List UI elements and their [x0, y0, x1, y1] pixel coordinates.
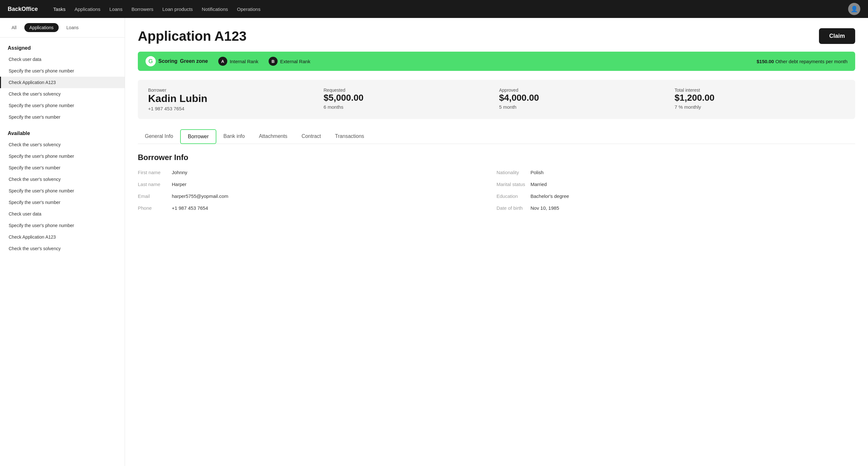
scoring-g-icon: G	[146, 56, 156, 66]
claim-button[interactable]: Claim	[819, 28, 855, 44]
nav-links: Tasks Applications Loans Borrowers Loan …	[53, 6, 838, 12]
tab-transactions[interactable]: Transactions	[328, 129, 371, 144]
marital-status-value: Married	[530, 181, 547, 187]
nav-applications[interactable]: Applications	[74, 6, 100, 12]
scoring-bar: G Scoring Green zone A Internal Rank B E…	[138, 52, 855, 71]
total-interest-label: Total interest	[675, 88, 845, 93]
last-name-value: Harper	[172, 181, 187, 187]
scoring-label: Scoring	[158, 58, 178, 64]
application-info-card: Borrower Kadin Lubin +1 987 453 7654 Req…	[138, 80, 855, 119]
nav-operations[interactable]: Operations	[237, 6, 260, 12]
sidebar-available-item-3[interactable]: Check the user's solvency	[0, 174, 125, 185]
dob-row: Date of birth Nov 10, 1985	[496, 205, 855, 211]
tab-borrower[interactable]: Borrower	[180, 129, 216, 144]
scoring-debt-label: Other debt repayments per month	[775, 59, 847, 64]
sidebar-item-5[interactable]: Specify the user's number	[0, 111, 125, 123]
requested-field: Requested $5,000.00 6 months	[324, 88, 494, 111]
tab-bank-info[interactable]: Bank info	[216, 129, 252, 144]
sidebar-item-1[interactable]: Specify the user's phone number	[0, 65, 125, 77]
scoring-zone: Green zone	[180, 58, 208, 64]
sidebar-tab-all[interactable]: All	[6, 23, 22, 32]
borrower-label: Borrower	[148, 88, 319, 93]
sidebar-divider	[0, 123, 125, 128]
tabs-row: General Info Borrower Bank info Attachme…	[138, 129, 855, 144]
external-rank-label: External Rank	[280, 59, 310, 64]
nav-tasks[interactable]: Tasks	[53, 6, 65, 12]
sidebar-item-0[interactable]: Check user data	[0, 54, 125, 65]
nationality-key: Nationality	[496, 170, 525, 175]
sidebar-available-item-4[interactable]: Specify the user's phone number	[0, 185, 125, 197]
main-content: Application A123 Claim G Scoring Green z…	[125, 18, 868, 466]
nav-borrowers[interactable]: Borrowers	[131, 6, 153, 12]
borrower-info-right: Nationality Polish Marital status Marrie…	[496, 170, 855, 211]
education-key: Education	[496, 194, 525, 199]
scoring-logo: G Scoring Green zone	[146, 56, 208, 66]
approved-amount: $4,000.00	[499, 93, 670, 103]
borrower-info-section: Borrower Info First name Johnny Last nam…	[138, 153, 855, 211]
email-row: Email harper5755@yopmail.com	[138, 194, 496, 199]
marital-status-row: Marital status Married	[496, 181, 855, 187]
sidebar-item-4[interactable]: Specify the user's phone number	[0, 100, 125, 111]
education-row: Education Bachelor's degree	[496, 194, 855, 199]
borrower-info-title: Borrower Info	[138, 153, 855, 162]
marital-status-key: Marital status	[496, 181, 525, 187]
total-interest-amount: $1,200.00	[675, 93, 845, 103]
avatar[interactable]: 👤	[848, 3, 860, 15]
last-name-row: Last name Harper	[138, 181, 496, 187]
nationality-value: Polish	[530, 170, 544, 175]
approved-label: Approved	[499, 88, 670, 93]
phone-value: +1 987 453 7654	[172, 205, 208, 211]
first-name-value: Johnny	[172, 170, 187, 175]
requested-label: Requested	[324, 88, 494, 93]
external-rank-badge: B External Rank	[269, 57, 310, 66]
nav-loans[interactable]: Loans	[109, 6, 122, 12]
sidebar-available-item-9[interactable]: Check the user's solvency	[0, 243, 125, 254]
page-title: Application A123	[138, 29, 247, 44]
phone-key: Phone	[138, 205, 167, 211]
education-value: Bachelor's degree	[530, 194, 569, 199]
phone-row: Phone +1 987 453 7654	[138, 205, 496, 211]
dob-value: Nov 10, 1985	[530, 205, 559, 211]
sidebar-tab-loans[interactable]: Loans	[61, 23, 84, 32]
scoring-debt-amount: $150.00	[756, 59, 774, 64]
internal-rank-circle: A	[218, 57, 227, 66]
external-rank-circle: B	[269, 57, 278, 66]
sidebar-item-3[interactable]: Check the user's solvency	[0, 88, 125, 100]
email-key: Email	[138, 194, 167, 199]
sidebar-available-item-7[interactable]: Specify the user's phone number	[0, 220, 125, 231]
scoring-debt: $150.00 Other debt repayments per month	[756, 59, 847, 64]
content-header: Application A123 Claim	[138, 28, 855, 44]
first-name-row: First name Johnny	[138, 170, 496, 175]
sidebar-tab-applications[interactable]: Applications	[24, 23, 59, 32]
borrower-name: Kadin Lubin	[148, 93, 319, 105]
borrower-info-left: First name Johnny Last name Harper Email…	[138, 170, 496, 211]
top-navigation: BackOffice Tasks Applications Loans Borr…	[0, 0, 868, 18]
main-layout: All Applications Loans Assigned Check us…	[0, 18, 868, 466]
last-name-key: Last name	[138, 181, 167, 187]
sidebar-scroll: Assigned Check user data Specify the use…	[0, 37, 125, 466]
total-interest-rate: 7 % monthly	[675, 104, 845, 110]
internal-rank-badge: A Internal Rank	[218, 57, 258, 66]
sidebar-section-available: Available	[0, 128, 125, 139]
nav-notifications[interactable]: Notifications	[202, 6, 228, 12]
sidebar-item-2[interactable]: Check Application A123	[0, 77, 125, 88]
tab-general-info[interactable]: General Info	[138, 129, 180, 144]
first-name-key: First name	[138, 170, 167, 175]
tab-attachments[interactable]: Attachments	[252, 129, 294, 144]
nav-loan-products[interactable]: Loan products	[162, 6, 193, 12]
email-value: harper5755@yopmail.com	[172, 194, 228, 199]
sidebar-available-item-1[interactable]: Specify the user's phone number	[0, 150, 125, 162]
sidebar-available-item-0[interactable]: Check the user's solvency	[0, 139, 125, 150]
sidebar-available-item-8[interactable]: Check Application A123	[0, 231, 125, 243]
sidebar-tabs: All Applications Loans	[0, 18, 125, 37]
sidebar-available-item-2[interactable]: Specify the user's number	[0, 162, 125, 174]
borrower-info-grid: First name Johnny Last name Harper Email…	[138, 170, 855, 211]
sidebar: All Applications Loans Assigned Check us…	[0, 18, 125, 466]
sidebar-section-assigned: Assigned	[0, 43, 125, 54]
approved-field: Approved $4,000.00 5 month	[499, 88, 670, 111]
internal-rank-label: Internal Rank	[230, 59, 258, 64]
tab-contract[interactable]: Contract	[294, 129, 328, 144]
sidebar-available-item-6[interactable]: Check user data	[0, 208, 125, 220]
requested-duration: 6 months	[324, 104, 494, 110]
sidebar-available-item-5[interactable]: Specify the user's number	[0, 197, 125, 208]
